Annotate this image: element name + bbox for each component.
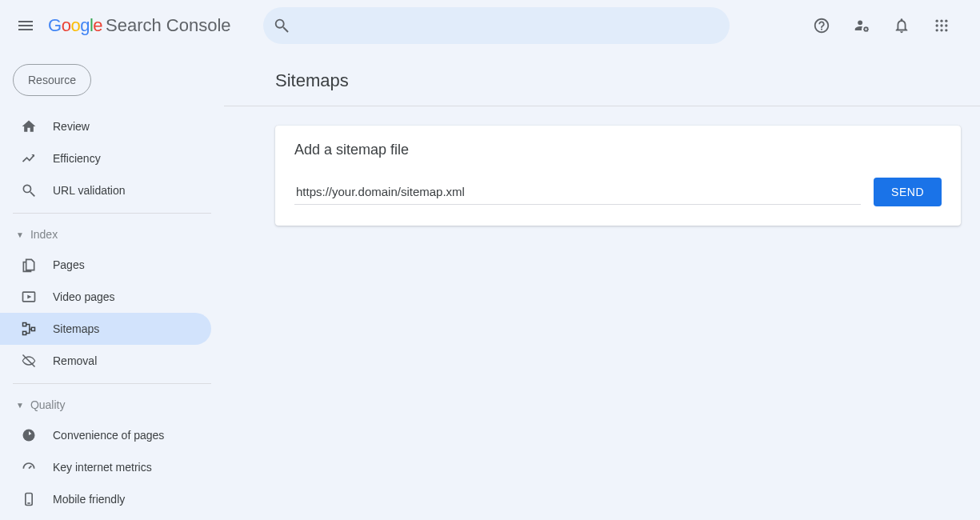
sitemaps-icon	[21, 321, 37, 337]
svg-point-10	[945, 29, 947, 31]
svg-point-7	[945, 24, 947, 26]
nav-item-label: Efficiency	[53, 152, 101, 165]
chevron-down-icon: ▼	[16, 230, 24, 239]
apps-grid-button[interactable]	[932, 16, 951, 35]
svg-rect-12	[23, 323, 26, 326]
svg-point-6	[940, 24, 942, 26]
search-icon	[21, 182, 37, 198]
topbar-icons	[812, 16, 974, 35]
mobile-icon	[21, 491, 37, 507]
add-sitemap-card: Add a sitemap file SEND	[275, 126, 961, 226]
hamburger-menu-button[interactable]	[6, 6, 45, 45]
main-content: Sitemaps Add a sitemap file SEND	[224, 51, 980, 520]
nav-item-key-metrics[interactable]: Key internet metrics	[0, 451, 211, 483]
svg-line-17	[29, 466, 31, 468]
svg-point-5	[936, 24, 938, 26]
svg-point-8	[936, 29, 938, 31]
help-icon	[813, 17, 830, 34]
nav-item-label: Review	[53, 120, 90, 133]
nav-item-mobile-friendly[interactable]: Mobile friendly	[0, 483, 211, 515]
svg-rect-14	[23, 331, 26, 334]
person-gear-icon	[853, 17, 870, 34]
product-logo[interactable]: Google Search Console	[48, 15, 231, 36]
global-search-input[interactable]	[263, 7, 730, 44]
send-button[interactable]: SEND	[874, 178, 942, 206]
nav-item-review[interactable]: Review	[0, 110, 211, 142]
page-title: Sitemaps	[275, 70, 961, 91]
svg-point-0	[858, 20, 862, 25]
manage-users-button[interactable]	[852, 16, 871, 35]
nav-item-label: Video pages	[53, 290, 115, 303]
removal-icon	[21, 353, 37, 369]
nav-item-sitemaps[interactable]: Sitemaps	[0, 313, 211, 345]
sidebar: Resource Review Efficiency URL validatio…	[0, 51, 224, 520]
section-label-text: Quality	[30, 398, 66, 411]
nav-item-label: URL validation	[53, 184, 126, 197]
top-bar: Google Search Console	[0, 0, 980, 51]
nav-item-efficiency[interactable]: Efficiency	[0, 142, 211, 174]
nav-item-removal[interactable]: Removal	[0, 345, 211, 377]
apps-grid-icon	[934, 18, 950, 34]
svg-point-2	[936, 20, 938, 22]
nav-item-label: Key internet metrics	[53, 461, 152, 474]
nav-item-label: Pages	[53, 258, 85, 271]
resource-selector[interactable]: Resource	[13, 64, 91, 96]
trend-icon	[21, 150, 37, 166]
card-title: Add a sitemap file	[294, 142, 942, 158]
google-logo-text: Google	[48, 15, 102, 36]
sitemap-url-input[interactable]	[294, 179, 861, 205]
divider	[13, 383, 211, 384]
svg-point-3	[940, 20, 942, 22]
nav-item-label: Removal	[53, 354, 97, 367]
nav-item-pages[interactable]: Pages	[0, 249, 211, 281]
pages-icon	[21, 257, 37, 273]
convenience-icon	[21, 427, 37, 443]
resource-selector-label: Resource	[28, 74, 76, 86]
chevron-down-icon: ▼	[16, 401, 24, 410]
search-icon	[273, 17, 290, 34]
bell-icon	[893, 17, 910, 34]
svg-point-9	[940, 29, 942, 31]
nav-item-video-pages[interactable]: Video pages	[0, 281, 211, 313]
section-quality-toggle[interactable]: ▼ Quality	[0, 390, 224, 419]
nav-item-url-validation[interactable]: URL validation	[0, 174, 211, 206]
divider	[224, 106, 980, 106]
divider	[13, 213, 211, 214]
nav-item-label: Convenience of pages	[53, 429, 164, 442]
svg-rect-13	[31, 327, 34, 330]
help-button[interactable]	[812, 16, 831, 35]
svg-point-4	[945, 20, 947, 22]
metrics-icon	[21, 459, 37, 475]
product-name: Search Console	[106, 15, 231, 36]
section-label-text: Index	[30, 228, 58, 241]
nav-item-convenience[interactable]: Convenience of pages	[0, 419, 211, 451]
svg-point-1	[864, 28, 867, 31]
notifications-button[interactable]	[892, 16, 911, 35]
nav-item-label: Mobile friendly	[53, 493, 125, 506]
hamburger-icon	[16, 16, 35, 35]
section-index-toggle[interactable]: ▼ Index	[0, 220, 224, 249]
nav-item-label: Sitemaps	[53, 322, 99, 335]
home-icon	[21, 118, 37, 134]
video-icon	[21, 289, 37, 305]
